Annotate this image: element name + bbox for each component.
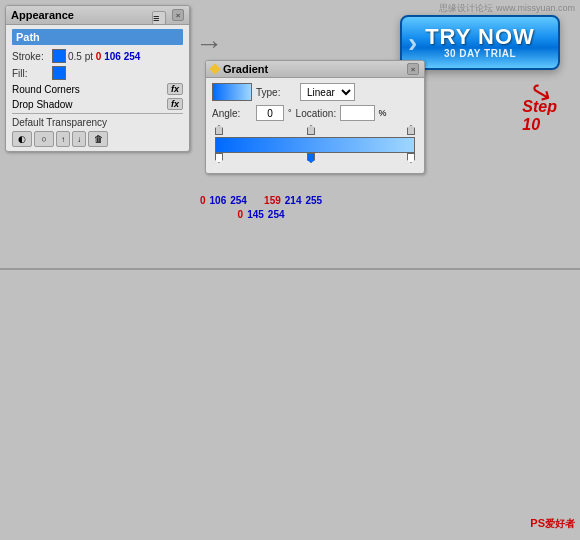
stroke-r: 0 — [96, 51, 102, 62]
transparency-controls: ◐ ○ ↑ ↓ 🗑 — [12, 131, 183, 147]
blue-left-b: 254 — [230, 195, 247, 207]
gradient-bar-blue-container — [212, 125, 418, 165]
gradient-blue-title: Gradient × — [206, 61, 424, 78]
top-handle-mid[interactable] — [307, 125, 315, 135]
fill-label: Fill: — [12, 68, 50, 79]
appearance-menu-btn[interactable]: ≡ — [152, 11, 166, 25]
blue-chevron-icon: › — [408, 27, 417, 59]
drop-shadow-label: Drop Shadow — [12, 99, 167, 110]
bottom-handle-mid[interactable] — [307, 153, 315, 163]
location-input[interactable] — [340, 105, 375, 121]
path-label: Path — [12, 29, 183, 45]
gradient-bar-blue — [215, 137, 415, 153]
gradient-panel-blue: Gradient × Type: Linear Radial Angle: ° … — [205, 60, 425, 174]
try-now-blue-text: TRY NOW — [425, 26, 535, 48]
blue-right-g: 214 — [285, 195, 302, 207]
fill-row: Fill: — [12, 66, 183, 80]
appearance-close-btn[interactable]: × — [172, 9, 184, 21]
drop-shadow-fx-btn[interactable]: fx — [167, 98, 183, 110]
bottom-handle-right[interactable] — [407, 153, 415, 163]
round-corners-row: Round Corners fx — [12, 83, 183, 95]
blue-right-b: 255 — [305, 195, 322, 207]
angle-input[interactable] — [256, 105, 284, 121]
blue-mid-r: 0 — [238, 209, 244, 220]
ps-sub: 爱好者 — [545, 518, 575, 529]
stroke-g: 106 — [104, 51, 121, 62]
step-10-label: Step 10 — [522, 98, 557, 134]
gradient-blue-content: Type: Linear Radial Angle: ° Location: % — [206, 78, 424, 173]
appearance-content: Path Stroke: 0.5 pt 0 106 254 Fill: Roun… — [6, 25, 189, 151]
round-corners-label: Round Corners — [12, 84, 167, 95]
type-label: Type: — [256, 87, 296, 98]
appearance-panel-title: Appearance ≡ × — [6, 6, 189, 25]
bottom-handles — [215, 153, 415, 165]
blue-mid-b: 254 — [268, 209, 285, 220]
stroke-label: Stroke: — [12, 51, 50, 62]
blue-right-r: 159 — [264, 195, 281, 207]
blue-left-g: 106 — [210, 195, 227, 207]
trans-btn-2[interactable]: ○ — [34, 131, 54, 147]
stroke-row: Stroke: 0.5 pt 0 106 254 — [12, 49, 183, 63]
top-handle-right[interactable] — [407, 125, 415, 135]
top-handles — [215, 125, 415, 137]
ps-text: PS — [530, 517, 545, 529]
blue-left-r: 0 — [200, 195, 206, 207]
blue-color-numbers: 0 106 254 159 214 255 0 145 254 — [200, 195, 322, 220]
drop-shadow-row: Drop Shadow fx — [12, 98, 183, 110]
top-section: 思缘设计论坛 www.missyuan.com Appearance ≡ × P… — [0, 0, 580, 270]
ps-badge: PS爱好者 — [530, 517, 575, 535]
gradient-angle-row: Angle: ° Location: % — [212, 105, 418, 121]
try-now-blue-trial: 30 DAY TRIAL — [444, 48, 516, 59]
fill-color-swatch[interactable] — [52, 66, 66, 80]
default-transparency-label: Default Transparency — [12, 117, 183, 128]
trans-btn-3[interactable]: ↑ — [56, 131, 70, 147]
arrow-to-blue-btn: → — [195, 28, 223, 60]
gradient-blue-close-btn[interactable]: × — [407, 63, 419, 75]
degree-symbol: ° — [288, 108, 292, 118]
stroke-color-swatch[interactable] — [52, 49, 66, 63]
separator — [12, 113, 183, 114]
percent-symbol: % — [379, 108, 387, 118]
type-select[interactable]: Linear Radial — [300, 83, 355, 101]
trans-btn-5[interactable]: 🗑 — [88, 131, 108, 147]
bottom-section: Gradient × 0 125 — [0, 270, 580, 540]
angle-label: Angle: — [212, 108, 252, 119]
trans-btn-4[interactable]: ↓ — [72, 131, 86, 147]
round-corners-fx-btn[interactable]: fx — [167, 83, 183, 95]
appearance-panel: Appearance ≡ × Path Stroke: 0.5 pt 0 106… — [5, 5, 190, 152]
bottom-handle-left[interactable] — [215, 153, 223, 163]
gradient-blue-preview — [212, 83, 252, 101]
trans-btn-1[interactable]: ◐ — [12, 131, 32, 147]
blue-mid-g: 145 — [247, 209, 264, 220]
appearance-title-text: Appearance — [11, 9, 74, 21]
stroke-value: 0.5 pt — [68, 51, 93, 62]
step-label-container: ↩ Step 10 — [530, 78, 552, 109]
top-handle-left[interactable] — [215, 125, 223, 135]
location-label: Location: — [296, 108, 336, 119]
watermark: 思缘设计论坛 www.missyuan.com — [439, 2, 575, 15]
gradient-blue-title-text: Gradient — [223, 63, 268, 75]
gradient-blue-diamond-icon — [209, 63, 220, 74]
gradient-type-row: Type: Linear Radial — [212, 83, 418, 101]
stroke-b: 254 — [124, 51, 141, 62]
